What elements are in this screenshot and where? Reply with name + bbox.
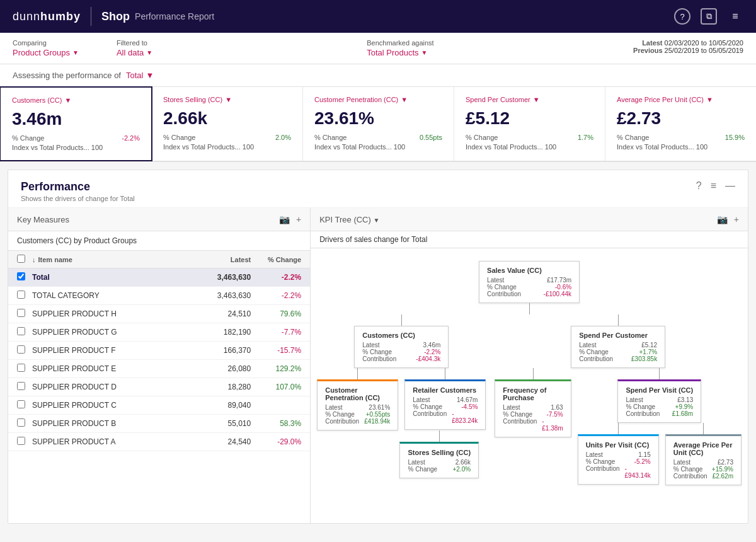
row-latest: 24,540 — [194, 437, 251, 446]
tree-node-customer-penetration[interactable]: Customer Penetration (CC) Latest23.61% %… — [317, 379, 398, 430]
camera-icon[interactable]: 📷 — [279, 214, 290, 224]
kpi-spend-value: £5.12 — [466, 108, 593, 129]
kpi-tree-icons: 📷 + — [717, 214, 739, 224]
tree-node-stores-selling[interactable]: Stores Selling (CC) Latest2.66k % Change… — [399, 442, 479, 478]
customers-contribution: Contribution-£404.3k — [362, 355, 440, 362]
menu-icon[interactable]: ≡ — [727, 8, 743, 25]
perf-collapse-icon[interactable]: — — [725, 180, 735, 192]
app-title-sub: Performance Report — [135, 11, 214, 21]
table-row[interactable]: SUPPLIER PRODUCT E 26,080 129.2% — [8, 360, 310, 378]
add-icon[interactable]: + — [296, 214, 301, 224]
left-panel: Key Measures 📷 + Customers (CC) by Produ… — [8, 208, 311, 523]
tree-node-customers[interactable]: Customers (CC) Latest3.46m % Change-2.2%… — [354, 326, 449, 368]
row-change: -2.2% — [251, 273, 301, 282]
kpi-tree-subtitle: Drivers of sales change for Total — [311, 231, 748, 248]
kpi-stores-index: Index vs Total Products... 100 — [163, 143, 291, 151]
sales-value-latest: Latest£17.73m — [487, 277, 571, 284]
header: dunnhumby Shop Performance Report ? ⧉ ≡ — [0, 0, 756, 33]
table-row[interactable]: SUPPLIER PRODUCT F 166,370 -15.7% — [8, 342, 310, 360]
benchmarked-value[interactable]: Total Products ▼ — [367, 48, 433, 57]
table-row[interactable]: SUPPLIER PRODUCT A 24,540 -29.0% — [8, 433, 310, 451]
freq-latest: Latest1.63 — [503, 404, 563, 411]
table-row[interactable]: SUPPLIER PRODUCT C 89,040 — [8, 396, 310, 415]
kpi-avg-price-title[interactable]: Average Price Per Unit (CC) ▼ — [617, 96, 745, 103]
row-checkbox[interactable] — [17, 291, 25, 299]
perf-help-icon[interactable]: ? — [696, 180, 702, 192]
kpi-tree-add-icon[interactable]: + — [734, 214, 739, 224]
apu-change: % Change+15.9% — [673, 466, 733, 473]
kpi-tree-camera-icon[interactable]: 📷 — [717, 214, 728, 224]
row-checkbox[interactable] — [17, 400, 25, 408]
sales-value-title: Sales Value (CC) — [487, 267, 571, 274]
kpi-penetration-change: % Change 0.55pts — [314, 134, 442, 141]
table-row[interactable]: SUPPLIER PRODUCT D 18,280 107.0% — [8, 378, 310, 396]
row-checkbox[interactable] — [17, 382, 25, 390]
penetration-change: % Change+0.55pts — [325, 411, 390, 418]
comparing-value[interactable]: Product Groups ▼ — [13, 48, 79, 57]
spend-change: % Change+1.7% — [579, 349, 657, 355]
row-checkbox[interactable] — [17, 437, 25, 445]
latest-date: Latest 02/03/2020 to 10/05/2020 — [642, 39, 743, 47]
performance-title-block: Performance Shows the drivers of change … — [21, 180, 135, 202]
table-row[interactable]: TOTAL CATEGORY 3,463,630 -2.2% — [8, 287, 310, 305]
filtered-label: Filtered to — [117, 39, 152, 47]
tree-node-spend-per-visit[interactable]: Spend Per Visit (CC) Latest£3.13 % Chang… — [617, 379, 701, 423]
perf-menu-icon[interactable]: ≡ — [711, 180, 716, 192]
kpi-card-spend[interactable]: Spend Per Customer ▼ £5.12 % Change 1.7%… — [454, 87, 605, 161]
kpi-penetration-title[interactable]: Customer Penetration (CC) ▼ — [314, 96, 442, 103]
row-latest: 182,190 — [194, 328, 251, 337]
retailer-change: % Change-4.5% — [413, 403, 478, 410]
row-change: -15.7% — [251, 346, 301, 355]
checkbox-all[interactable] — [17, 255, 25, 263]
table-row[interactable]: SUPPLIER PRODUCT G 182,190 -7.7% — [8, 323, 310, 342]
row-change: 129.2% — [251, 364, 301, 373]
key-measures-title: Key Measures — [17, 215, 279, 224]
table-row[interactable]: Total 3,463,630 -2.2% — [8, 268, 310, 287]
table-subtitle: Customers (CC) by Product Groups — [8, 231, 310, 251]
row-checkbox[interactable] — [17, 272, 25, 280]
row-name: SUPPLIER PRODUCT H — [32, 309, 194, 318]
tree-node-frequency[interactable]: Frequency of Purchase Latest1.63 % Chang… — [495, 379, 571, 437]
tree-node-sales-value[interactable]: Sales Value (CC) Latest£17.73m % Change-… — [479, 261, 580, 303]
help-icon[interactable]: ? — [674, 8, 690, 25]
benchmarked-filter: Benchmarked against Total Products ▼ — [367, 39, 433, 57]
kpi-card-penetration[interactable]: Customer Penetration (CC) ▼ 23.61% % Cha… — [303, 87, 454, 161]
row-name: SUPPLIER PRODUCT D — [32, 383, 194, 391]
customers-change: % Change-2.2% — [362, 349, 440, 355]
kpi-avg-price-index: Index vs Total Products... 100 — [617, 143, 745, 151]
row-checkbox[interactable] — [17, 418, 25, 427]
assessing-value[interactable]: Total ▼ — [126, 71, 154, 80]
kpi-stores-title[interactable]: Stores Selling (CC) ▼ — [163, 96, 291, 103]
kpi-customers-title[interactable]: Customers (CC) ▼ — [12, 96, 140, 104]
tree-node-avg-price-unit[interactable]: Average Price Per Unit (CC) Latest£2.73 … — [665, 434, 742, 485]
table-row[interactable]: SUPPLIER PRODUCT B 55,010 58.3% — [8, 415, 310, 433]
assessing-arrow-icon: ▼ — [146, 71, 154, 80]
row-checkbox[interactable] — [17, 364, 25, 372]
kpi-spend-title[interactable]: Spend Per Customer ▼ — [466, 96, 593, 103]
row-checkbox[interactable] — [17, 345, 25, 354]
tree-node-retailer-customers[interactable]: Retailer Customers Latest14.67m % Change… — [404, 379, 486, 430]
window-icon[interactable]: ⧉ — [701, 8, 717, 25]
filter-bar: Comparing Product Groups ▼ Filtered to A… — [0, 33, 756, 64]
row-name: SUPPLIER PRODUCT B — [32, 419, 194, 428]
kpi-tree-arrow-icon: ▼ — [373, 217, 379, 224]
spend-contribution: Contribution£303.85k — [579, 355, 657, 362]
row-checkbox[interactable] — [17, 309, 25, 317]
table-row[interactable]: SUPPLIER PRODUCT H 24,510 79.6% — [8, 305, 310, 323]
kpi-tree-title[interactable]: KPI Tree (CC) ▼ — [319, 215, 717, 224]
filtered-value[interactable]: All data ▼ — [117, 48, 152, 57]
apu-contribution: Contribution£2.62m — [673, 473, 733, 480]
kpi-card-stores[interactable]: Stores Selling (CC) ▼ 2.66k % Change 2.0… — [152, 87, 303, 161]
key-measures-icons: 📷 + — [279, 214, 301, 224]
kpi-card-avg-price[interactable]: Average Price Per Unit (CC) ▼ £2.73 % Ch… — [605, 87, 756, 161]
kpi-card-customers[interactable]: Customers (CC) ▼ 3.46m % Change -2.2% In… — [0, 86, 152, 161]
row-latest: 166,370 — [194, 346, 251, 355]
benchmarked-label: Benchmarked against — [367, 39, 433, 47]
penetration-latest: Latest23.61% — [325, 404, 390, 411]
tree-node-spend-per-customer[interactable]: Spend Per Customer Latest£5.12 % Change+… — [571, 326, 665, 368]
kpi-avg-price-change: % Change 15.9% — [617, 134, 745, 141]
row-change: -29.0% — [251, 437, 301, 446]
row-checkbox[interactable] — [17, 327, 25, 335]
row-change: -2.2% — [251, 291, 301, 300]
tree-node-units-per-visit[interactable]: Units Per Visit (CC) Latest1.15 % Change… — [578, 434, 659, 485]
